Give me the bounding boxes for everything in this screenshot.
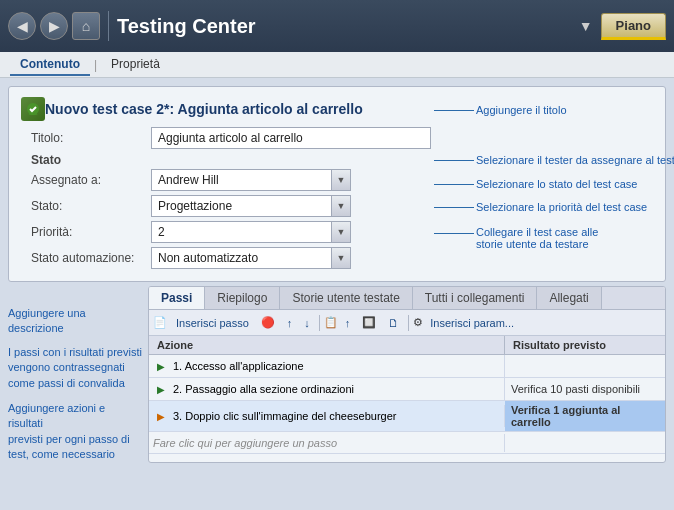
assegnato-label: Assegnato a: — [31, 173, 151, 187]
testcase-icon — [21, 97, 45, 121]
step3-icon: ▶ — [153, 408, 169, 424]
forward-button[interactable]: ▶ — [40, 12, 68, 40]
forward-icon: ▶ — [49, 18, 60, 34]
toolbar-inserisci-param[interactable]: Inserisci param... — [425, 314, 519, 332]
form-header-row: Nuovo test case 2*: Aggiunta articolo al… — [21, 97, 653, 121]
secondbar: Contenuto | Proprietà — [0, 52, 674, 78]
step2-icon: ▶ — [153, 381, 169, 397]
toolbar-insert-icon: 📄 — [153, 316, 167, 329]
stato-select[interactable]: ▼ — [151, 195, 351, 217]
toolbar-up-btn[interactable]: 🔴 — [256, 313, 280, 332]
toolbar-inserisci-passi-condivisi[interactable]: ↑ — [340, 314, 356, 332]
ann-passi-left2: Aggiungere azioni e risultati previsti p… — [8, 401, 142, 463]
app-window: ◀ ▶ ⌂ Testing Center ▼ Piano Contenuto |… — [0, 0, 674, 510]
step1-text: 1. Accesso all'applicazione — [173, 360, 304, 372]
automazione-select[interactable]: ▼ — [151, 247, 351, 269]
tab-contenuto[interactable]: Contenuto — [10, 54, 90, 76]
form-title: Nuovo test case 2*: Aggiunta articolo al… — [45, 101, 363, 117]
step2-num: 2. — [173, 383, 182, 395]
left-annotations: Aggiungere una descrizione I passi con i… — [8, 286, 148, 463]
stato-row: Stato: ▼ — [21, 195, 653, 217]
step3-action: ▶ 3. Doppio clic sull'immagine del chees… — [149, 405, 505, 427]
toolbar-shared-icon: 📋 — [324, 316, 338, 329]
home-icon: ⌂ — [82, 18, 90, 34]
tab-proprieta[interactable]: Proprietà — [101, 54, 170, 76]
col-result-header: Risultato previsto — [505, 336, 665, 354]
toolbar-sep1 — [319, 315, 320, 331]
stato-input[interactable] — [151, 195, 331, 217]
main-area: Nuovo test case 2*: Aggiunta articolo al… — [8, 86, 666, 282]
step1-result — [505, 363, 665, 369]
automazione-label: Stato automazione: — [31, 251, 151, 265]
step1-content: Accesso all'applicazione — [185, 360, 304, 372]
automazione-dropdown-btn[interactable]: ▼ — [331, 247, 351, 269]
home-button[interactable]: ⌂ — [72, 12, 100, 40]
steps-toolbar: 📄 Inserisci passo 🔴 ↑ ↓ 📋 ↑ 🔲 🗋 ⚙ Inseri… — [149, 310, 665, 336]
toolbar-sep2 — [408, 315, 409, 331]
toolbar-doc-btn[interactable]: 🗋 — [383, 314, 404, 332]
step2-result: Verifica 10 pasti disponibili — [505, 380, 665, 398]
step1-icon: ▶ — [153, 358, 169, 374]
priorita-dropdown-btn[interactable]: ▼ — [331, 221, 351, 243]
assegnato-input[interactable] — [151, 169, 331, 191]
step1-action: ▶ 1. Accesso all'applicazione — [149, 355, 505, 377]
titolo-input[interactable] — [151, 127, 431, 149]
toolbar-square-btn[interactable]: 🔲 — [357, 313, 381, 332]
step2-action: ▶ 2. Passaggio alla sezione ordinazioni — [149, 378, 505, 400]
piano-tab[interactable]: Piano — [601, 13, 666, 40]
step-add-action[interactable]: Fare clic qui per aggiungere un passo — [149, 434, 505, 452]
step2-content: Passaggio alla sezione ordinazioni — [185, 383, 354, 395]
step-row-active[interactable]: ▶ 3. Doppio clic sull'immagine del chees… — [149, 401, 665, 432]
title-dropdown-button[interactable]: ▼ — [575, 18, 597, 34]
form-panel: Nuovo test case 2*: Aggiunta articolo al… — [8, 86, 666, 282]
bottom-section: Aggiungere una descrizione I passi con i… — [8, 286, 666, 463]
step-add-text: Fare clic qui per aggiungere un passo — [153, 437, 337, 449]
testcase-svg-icon — [25, 101, 41, 117]
step-row[interactable]: ▶ 2. Passaggio alla sezione ordinazioni … — [149, 378, 665, 401]
col-action-header: Azione — [149, 336, 505, 354]
priorita-select[interactable]: ▼ — [151, 221, 351, 243]
automazione-row: Stato automazione: ▼ — [21, 247, 653, 269]
step1-num: 1. — [173, 360, 182, 372]
step-add-result — [505, 440, 665, 446]
back-button[interactable]: ◀ — [8, 12, 36, 40]
assegnato-row: Assegnato a: ▼ — [21, 169, 653, 191]
titolo-row: Titolo: — [21, 127, 653, 149]
tabs-bar: Passi Riepilogo Storie utente testate Tu… — [149, 287, 665, 310]
step-row-add[interactable]: Fare clic qui per aggiungere un passo — [149, 432, 665, 454]
tab-allegati[interactable]: Allegati — [537, 287, 601, 309]
assegnato-dropdown-btn[interactable]: ▼ — [331, 169, 351, 191]
step-row[interactable]: ▶ 1. Accesso all'applicazione — [149, 355, 665, 378]
tab-tutti[interactable]: Tutti i collegamenti — [413, 287, 538, 309]
priorita-input[interactable] — [151, 221, 331, 243]
ann-descrizione: Aggiungere una descrizione — [8, 306, 142, 337]
step3-result: Verifica 1 aggiunta al carrello — [505, 401, 665, 431]
priorita-row: Priorità: ▼ — [21, 221, 653, 243]
automazione-input[interactable] — [151, 247, 331, 269]
step3-text: 3. Doppio clic sull'immagine del cheeseb… — [173, 410, 396, 422]
titolo-label: Titolo: — [31, 131, 151, 145]
priorita-label: Priorità: — [31, 225, 151, 239]
toolbar-down-arrow[interactable]: ↓ — [299, 314, 315, 332]
steps-panel: Passi Riepilogo Storie utente testate Tu… — [148, 286, 666, 463]
step3-content: Doppio clic sull'immagine del cheeseburg… — [185, 410, 396, 422]
topbar: ◀ ▶ ⌂ Testing Center ▼ Piano — [0, 0, 674, 52]
toolbar-inserisci-passo[interactable]: Inserisci passo — [171, 314, 254, 332]
topbar-divider — [108, 11, 109, 41]
toolbar-param-icon: ⚙ — [413, 316, 423, 329]
toolbar-up-arrow[interactable]: ↑ — [282, 314, 298, 332]
tab-riepilogo[interactable]: Riepilogo — [205, 287, 280, 309]
stato-dropdown-btn[interactable]: ▼ — [331, 195, 351, 217]
ann-passi-left1: I passi con i risultati previsti vengono… — [8, 345, 142, 391]
stato-field-label: Stato: — [31, 199, 151, 213]
step3-num: 3. — [173, 410, 182, 422]
sec-divider: | — [92, 58, 99, 72]
steps-header: Azione Risultato previsto — [149, 336, 665, 355]
tab-storie[interactable]: Storie utente testate — [280, 287, 412, 309]
app-title: Testing Center — [117, 15, 571, 38]
assegnato-select[interactable]: ▼ — [151, 169, 351, 191]
back-icon: ◀ — [17, 18, 28, 34]
stato-section-label: Stato — [21, 153, 653, 167]
step2-text: 2. Passaggio alla sezione ordinazioni — [173, 383, 354, 395]
tab-passi[interactable]: Passi — [149, 287, 205, 309]
